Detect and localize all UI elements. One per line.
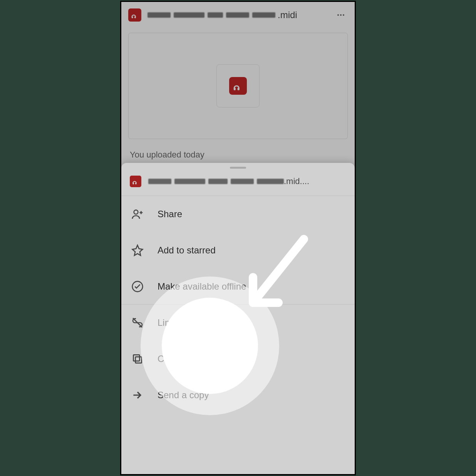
svg-rect-7 bbox=[133, 183, 134, 184]
svg-point-2 bbox=[337, 14, 339, 16]
file-preview bbox=[128, 33, 348, 139]
star-icon bbox=[130, 244, 145, 256]
menu-item-share[interactable]: Share bbox=[121, 196, 355, 232]
svg-rect-12 bbox=[133, 355, 139, 361]
menu-label: Share bbox=[158, 209, 182, 220]
more-button[interactable] bbox=[334, 8, 348, 22]
svg-rect-8 bbox=[135, 183, 136, 184]
actions-menu: Share Add to starred Make available offl… bbox=[121, 196, 355, 413]
menu-label: Copy link bbox=[158, 354, 196, 364]
menu-item-send-copy[interactable]: Send a copy bbox=[121, 377, 355, 413]
phone-frame: .midi You uploaded today .mid.... bbox=[120, 1, 356, 475]
music-file-icon bbox=[229, 77, 247, 95]
person-add-icon bbox=[130, 208, 145, 220]
svg-rect-11 bbox=[136, 357, 142, 363]
file-thumbnail bbox=[216, 64, 260, 107]
svg-rect-6 bbox=[238, 88, 240, 90]
music-file-icon bbox=[128, 8, 141, 22]
send-icon bbox=[130, 389, 145, 401]
menu-item-offline[interactable]: Make available offline bbox=[121, 268, 355, 305]
menu-item-link-sharing[interactable]: Link sharing off bbox=[121, 305, 355, 341]
menu-label: Make available offline bbox=[158, 281, 246, 292]
svg-point-4 bbox=[343, 14, 344, 16]
svg-rect-1 bbox=[134, 17, 136, 18]
sheet-filename-redacted bbox=[148, 179, 284, 184]
copy-icon bbox=[130, 353, 145, 365]
svg-rect-5 bbox=[234, 88, 236, 90]
file-header: .midi bbox=[121, 2, 355, 26]
filename-extension: .midi bbox=[278, 10, 297, 20]
menu-item-copy-link[interactable]: Copy link bbox=[121, 341, 355, 377]
svg-rect-0 bbox=[132, 17, 133, 18]
check-circle-icon bbox=[130, 280, 145, 293]
sheet-filename-extension: .mid.... bbox=[284, 176, 309, 186]
svg-point-9 bbox=[134, 210, 138, 214]
menu-item-star[interactable]: Add to starred bbox=[121, 232, 355, 268]
menu-label: Link sharing off bbox=[158, 317, 220, 328]
svg-point-3 bbox=[340, 14, 342, 16]
sheet-header: .mid.... bbox=[121, 170, 355, 196]
actions-sheet: .mid.... Share Add to starred Make a bbox=[121, 163, 355, 474]
link-off-icon bbox=[130, 317, 145, 329]
sheet-handle[interactable] bbox=[230, 167, 246, 169]
filename-redacted bbox=[147, 12, 275, 18]
music-file-icon bbox=[130, 176, 141, 187]
menu-label: Send a copy bbox=[158, 390, 209, 401]
menu-label: Add to starred bbox=[158, 245, 216, 256]
